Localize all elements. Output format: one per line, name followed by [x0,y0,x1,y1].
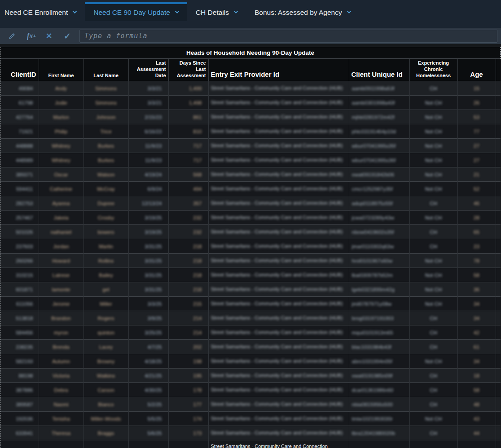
cell-age[interactable]: 26 [457,96,496,110]
column-header-client_id[interactable]: ClientID [0,59,39,81]
cell-spacer[interactable] [496,110,501,124]
cell-experiencing_chronic_homelessness[interactable]: Not CH [409,254,457,268]
cell-experiencing_chronic_homelessness[interactable]: CH [409,369,457,383]
cell-age[interactable]: 27 [457,153,496,167]
cell-days_since_last_assessment[interactable]: 861 [168,110,208,124]
cell-spacer[interactable] [496,426,501,440]
cell-days_since_last_assessment[interactable]: 1,499 [168,81,208,96]
cell-client_unique_id[interactable]: aamb0911998a53f [349,81,409,96]
cell-client_unique_id[interactable]: phtc03191464p10d [349,124,409,139]
cell-last_assessment_date[interactable]: 4/30/25 [128,383,168,397]
cell-entry_exit_provider_id[interactable]: Street Samaritans - Community Care and C… [208,182,349,196]
cell-last_name[interactable]: Simmons [84,96,128,110]
cell-last_name[interactable]: Lacey [84,340,128,354]
cell-client_id[interactable]: 584456 [0,325,39,340]
confirm-icon[interactable]: ✓ [61,31,74,41]
cell-last_assessment_date[interactable]: 4/19/24 [128,167,168,182]
edit-pencil-icon[interactable] [6,32,18,40]
cell-experiencing_chronic_homelessness[interactable]: CH [409,383,457,397]
cell-first_name[interactable] [39,440,84,448]
cell-age[interactable] [457,440,496,448]
cell-last_assessment_date[interactable]: 11/9/23 [128,153,168,167]
cell-spacer[interactable] [496,153,501,167]
cell-last_name[interactable]: Carson [84,383,128,397]
insert-function-icon[interactable]: fx+ [24,32,39,40]
cell-entry_exit_provider_id[interactable]: Street Samaritans - Community Care and C… [208,440,349,448]
cell-spacer[interactable] [496,182,501,196]
cell-age[interactable]: 42 [457,325,496,340]
cell-client_unique_id[interactable]: blac1031984b43f [349,340,409,354]
cell-client_unique_id[interactable] [349,440,409,448]
cell-first_name[interactable]: Debra [39,383,84,397]
cell-age[interactable]: 18 [457,369,496,383]
cell-last_name[interactable]: Crosby [84,211,128,225]
cell-last_assessment_date[interactable]: 5/6/25 [128,426,168,440]
cell-client_id[interactable] [0,440,39,448]
cell-days_since_last_assessment[interactable]: 173 [168,426,208,440]
cell-days_since_last_assessment[interactable]: 717 [168,153,208,167]
cell-entry_exit_provider_id[interactable]: Street Samaritans - Community Care and C… [208,196,349,211]
cell-client_id[interactable]: 633941 [0,426,39,440]
cell-days_since_last_assessment[interactable]: 218 [168,282,208,297]
cell-entry_exit_provider_id[interactable]: Street Samaritans - Community Care and C… [208,153,349,167]
cell-entry_exit_provider_id[interactable]: Street Samaritans - Community Care and C… [208,81,349,96]
cell-last_name[interactable]: Martin [84,239,128,254]
cell-age[interactable]: 65 [457,225,496,239]
cell-age[interactable]: 34 [457,297,496,311]
cell-experiencing_chronic_homelessness[interactable]: CH [409,426,457,440]
cell-first_name[interactable]: Philip [39,124,84,139]
cell-first_name[interactable]: nathaniel [39,225,84,239]
cell-age[interactable]: 58 [457,268,496,282]
cell-spacer[interactable] [496,282,501,297]
cell-last_name[interactable]: Bianco [84,397,128,412]
cell-first_name[interactable]: myron [39,325,84,340]
cell-spacer[interactable] [496,81,501,96]
cell-client_unique_id[interactable]: cmcr1252987y35f [349,182,409,196]
cell-first_name[interactable]: Theresa [39,426,84,440]
cell-client_id[interactable]: 192036 [0,412,39,426]
cell-last_name[interactable]: Rollins [84,254,128,268]
cell-last_assessment_date[interactable]: 3/9/25 [128,311,168,325]
cell-client_id[interactable]: 427764 [0,110,39,124]
cell-spacer[interactable] [496,268,501,282]
cell-last_name[interactable]: McCray [84,182,128,196]
cell-last_name[interactable]: Braggs [84,426,128,440]
cell-entry_exit_provider_id[interactable]: Street Samaritans - Community Care and C… [208,254,349,268]
cell-age[interactable]: 61 [457,340,496,354]
cell-entry_exit_provider_id[interactable]: Street Samaritans - Community Care and C… [208,167,349,182]
column-header-spacer[interactable] [496,59,501,81]
cell-days_since_last_assessment[interactable]: 568 [168,167,208,182]
cell-client_unique_id[interactable]: brog03197191003 [349,311,409,325]
cell-last_name[interactable]: Miller [84,297,128,311]
column-header-last_name[interactable]: Last Name [84,59,128,81]
cell-days_since_last_assessment[interactable]: 232 [168,225,208,239]
cell-entry_exit_provider_id[interactable]: Street Samaritans - Community Care and C… [208,340,349,354]
cell-experiencing_chronic_homelessness[interactable]: CH [409,81,457,96]
cell-days_since_last_assessment[interactable]: 232 [168,211,208,225]
tab-bonus-assessed-by-agency[interactable]: Bonus: Assessed by Agency [246,2,359,21]
cell-client_unique_id[interactable]: hrol0101967s60w [349,254,409,268]
cell-client_unique_id[interactable]: tmiw1021993030r [349,412,409,426]
cell-entry_exit_provider_id[interactable]: Street Samaritans - Community Care and C… [208,239,349,254]
chevron-down-icon[interactable] [175,9,179,13]
cell-entry_exit_provider_id[interactable]: Street Samaritans - Community Care and C… [208,225,349,239]
cell-first_name[interactable]: Brenda [39,340,84,354]
cell-client_id[interactable]: 601871 [0,282,39,297]
cell-last_name[interactable]: Miller-Woods [84,412,128,426]
cell-client_unique_id[interactable]: lgeb0321899m42g [349,282,409,297]
cell-entry_exit_provider_id[interactable]: Street Samaritans - Community Care and C… [208,268,349,282]
cell-client_unique_id[interactable]: tbra12041980020b [349,426,409,440]
column-header-last_assessment_date[interactable]: Last Assessment Date [128,59,168,81]
cell-first_name[interactable]: Jodie [39,96,84,110]
cell-entry_exit_provider_id[interactable]: Street Samaritans - Community Care and C… [208,297,349,311]
table-title[interactable]: Heads of Household Needing 90-Day Update [0,47,500,59]
cell-entry_exit_provider_id[interactable]: Street Samaritans - Community Care and C… [208,282,349,297]
cell-last_name[interactable]: Watson [84,167,128,182]
cell-experiencing_chronic_homelessness[interactable]: CH [409,225,457,239]
cell-age[interactable]: 15 [457,81,496,96]
cell-days_since_last_assessment[interactable]: 215 [168,297,208,311]
cell-first_name[interactable]: Jakeia [39,211,84,225]
cell-last_assessment_date[interactable]: 12/13/24 [128,196,168,211]
cell-spacer[interactable] [496,340,501,354]
cell-last_assessment_date[interactable]: 5/2/25 [128,397,168,412]
